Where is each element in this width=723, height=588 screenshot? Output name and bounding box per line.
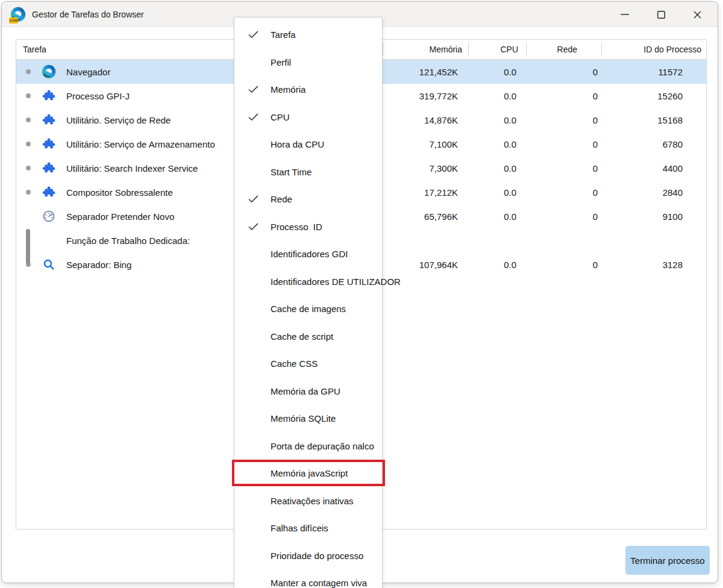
cpu-value: 0.0 [468, 156, 526, 180]
process-id-value: 6780 [601, 132, 706, 156]
column-header-memoria[interactable]: Memória [383, 40, 468, 59]
task-name: Utilitário: Serviço de Armazenamento [66, 139, 215, 149]
close-button[interactable] [679, 2, 715, 27]
menu-item-tarefa[interactable]: Tarefa [234, 21, 382, 49]
menu-item-label: Cache de imagens [271, 304, 346, 314]
memory-value: 107,964K [383, 252, 468, 277]
network-value: 0 [526, 156, 601, 180]
menu-item-porta-de-depuracao-nalco[interactable]: Porta de depuração nalco [234, 433, 382, 460]
checkmark-icon [248, 58, 271, 67]
end-process-button[interactable]: Terminar processo [625, 546, 710, 575]
cpu-value: 0.0 [468, 204, 526, 228]
window-controls [607, 2, 715, 27]
menu-item-label: Cache de script [271, 331, 333, 342]
checkmark-icon [248, 442, 271, 451]
menu-item-label: CPU [271, 112, 290, 122]
menu-item-label: Memória da GPU [271, 386, 340, 396]
checkmark-icon [248, 304, 271, 313]
checkmark-icon [248, 496, 271, 505]
puzzle-icon [42, 89, 56, 103]
minimize-icon [621, 14, 629, 15]
maximize-icon [657, 11, 665, 19]
menu-item-label: Processo ID [271, 222, 322, 232]
menu-item-cache-de-imagens[interactable]: Cache de imagens [234, 295, 382, 323]
cpu-value: 0.0 [468, 60, 526, 84]
memory-value: 14,876K [383, 108, 468, 132]
cpu-value: 0.0 [468, 132, 526, 156]
column-header-id-do-processo[interactable]: ID do Processo [601, 40, 706, 59]
menu-item-label: Identificadores GDI [271, 249, 348, 259]
menu-item-hora-da-cpu[interactable]: Hora da CPU [234, 131, 382, 158]
memory-value: 7,300K [383, 156, 468, 180]
memory-value: 319,772K [383, 84, 468, 108]
checkmark-icon [248, 414, 271, 423]
menu-item-label: Memória [271, 84, 305, 95]
menu-item-label: Porta de depuração nalco [271, 441, 374, 451]
menu-item-prioridade-do-processo[interactable]: Prioridade do processo [234, 542, 382, 570]
cpu-value [468, 228, 526, 252]
process-id-value: 15168 [601, 108, 706, 132]
process-icon [42, 233, 56, 248]
window-title: Gestor de Tarefas do Browser [32, 10, 144, 19]
menu-item-label: Manter a contagem viva [271, 578, 367, 588]
menu-item-cache-de-script[interactable]: Cache de script [234, 323, 382, 351]
cpu-value: 0.0 [468, 108, 526, 132]
menu-item-label: Prioridade do processo [271, 551, 363, 561]
checkmark-icon [248, 195, 271, 204]
menu-item-perfil[interactable]: Perfil [234, 49, 382, 77]
edge-icon [42, 64, 56, 79]
task-name: Processo GPI-J [66, 91, 130, 101]
task-name: Compositor Sobressalente [66, 187, 173, 198]
edge-canary-logo-icon: CAN [10, 7, 26, 22]
menu-item-cache-css[interactable]: Cache CSS [234, 350, 382, 378]
menu-item-reativacoes-inativas[interactable]: Reativações inativas [234, 487, 382, 515]
close-icon [693, 11, 701, 19]
checkmark-icon [248, 551, 271, 560]
column-header-cpu[interactable]: CPU [468, 40, 526, 59]
checkmark-icon [248, 332, 271, 341]
checkmark-icon [248, 113, 271, 122]
puzzle-icon [42, 161, 56, 175]
checkmark-icon [248, 277, 271, 286]
puzzle-icon [42, 137, 56, 151]
menu-item-memoria[interactable]: Memória [234, 76, 382, 104]
memory-value: 17,212K [383, 180, 468, 204]
menu-item-memoria-da-gpu[interactable]: Memória da GPU [234, 378, 382, 405]
column-header-rede[interactable]: Rede [526, 40, 601, 59]
menu-item-memoria-javascript[interactable]: Memória javaScript [234, 460, 382, 487]
menu-item-identificadores-gdi[interactable]: Identificadores GDI [234, 240, 382, 268]
status-dot [21, 190, 36, 195]
cpu-value: 0.0 [468, 180, 526, 204]
gauge-icon [42, 209, 56, 224]
canary-badge: CAN [9, 17, 18, 23]
menu-item-memoria-sqlite[interactable]: Memória SQLite [234, 405, 382, 433]
memory-value: 7,100K [383, 132, 468, 156]
column-context-menu: Tarefa Perfil Memória CPU [234, 17, 383, 588]
cpu-value: 0.0 [468, 252, 526, 277]
menu-item-manter-a-contagem-viva[interactable]: Manter a contagem viva [234, 569, 382, 588]
menu-item-start-time[interactable]: Start Time [234, 158, 382, 186]
menu-item-label: Hora da CPU [271, 139, 324, 149]
menu-item-label: Falhas difíceis [271, 523, 328, 533]
task-name: Função de Trabalho Dedicada: [66, 236, 190, 246]
menu-item-rede[interactable]: Rede [234, 186, 382, 213]
memory-value: 65,796K [383, 204, 468, 228]
menu-item-falhas-dificeis[interactable]: Falhas difíceis [234, 514, 382, 542]
minimize-button[interactable] [607, 2, 643, 27]
process-id-value: 2840 [601, 180, 706, 204]
task-name: Utilitário. Serviço de Rede [66, 115, 171, 125]
menu-item-identificadores-de-utilizador[interactable]: Identificadores DE UTILIZADOR [234, 268, 382, 296]
task-name: Separador: Bing [66, 260, 131, 270]
checkmark-icon [248, 222, 271, 231]
process-id-value: 4400 [601, 156, 706, 180]
menu-item-label: Tarefa [271, 30, 296, 40]
status-dot [21, 93, 36, 98]
task-name: Navegador [66, 67, 110, 77]
status-dot [21, 69, 36, 74]
menu-item-label: Cache CSS [271, 358, 318, 369]
maximize-button[interactable] [643, 2, 679, 27]
menu-item-cpu[interactable]: CPU [234, 104, 382, 131]
checkmark-icon [248, 578, 271, 587]
menu-item-processo-id[interactable]: Processo ID [234, 213, 382, 241]
memory-value: 121,452K [383, 60, 468, 84]
